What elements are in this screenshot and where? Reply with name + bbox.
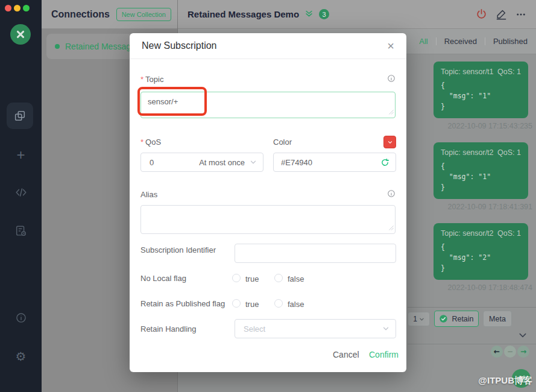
alias-label: Alias xyxy=(140,190,157,199)
sidebar-item-script[interactable] xyxy=(0,184,42,201)
macos-close-button[interactable] xyxy=(5,5,11,11)
topic-textarea[interactable]: sensor/+ xyxy=(140,92,396,118)
connection-title: Retained Messages Demo xyxy=(188,9,299,19)
double-chevron-down-icon xyxy=(304,10,314,19)
required-marker: * xyxy=(140,75,143,84)
retain-as-published-false-label[interactable]: false xyxy=(288,300,304,309)
retain-handling-label: Retain Handling xyxy=(140,324,197,334)
connections-icon xyxy=(13,109,27,122)
alias-textarea[interactable] xyxy=(140,205,396,234)
subscriptions-count-badge: 3 xyxy=(319,9,329,19)
chevron-down-icon xyxy=(518,330,528,340)
message-qos: QoS: 1 xyxy=(497,68,521,76)
retain-as-published-true-radio[interactable] xyxy=(232,299,241,308)
macos-minimize-button[interactable] xyxy=(14,5,20,11)
topic-label-text: Topic xyxy=(145,75,163,84)
alias-info-button[interactable] xyxy=(387,189,396,198)
macos-zoom-button[interactable] xyxy=(23,5,30,11)
publish-bar-divider xyxy=(408,344,536,344)
message-qos: QoS: 1 xyxy=(497,229,521,238)
tab-separator xyxy=(485,37,485,45)
power-icon xyxy=(476,8,487,20)
settings-gear-icon: ⚙ xyxy=(16,350,27,362)
message-topic: Topic: sensor/t2 xyxy=(441,148,494,157)
info-circle-icon xyxy=(387,189,396,198)
log-file-icon xyxy=(14,224,28,238)
plus-icon: + xyxy=(16,148,25,162)
arrow-right-icon: → xyxy=(520,347,526,356)
color-picker-swatch[interactable] xyxy=(383,136,396,148)
edit-connection-button[interactable] xyxy=(496,8,507,20)
retain-as-published-true-label[interactable]: true xyxy=(245,300,259,309)
topic-value: sensor/+ xyxy=(148,97,178,106)
message-timestamp: 2022-10-09 17:18:41:391 xyxy=(448,203,532,211)
qos-label-text: QoS xyxy=(145,138,161,147)
message-card-header: Topic: sensor/t2 QoS: 1 xyxy=(441,229,521,238)
retain-as-published-false-radio[interactable] xyxy=(274,299,283,308)
tab-published[interactable]: Published xyxy=(493,37,528,46)
message-payload: { "msg": "2" } xyxy=(441,242,521,274)
icon-sidebar: + ⚙ xyxy=(0,0,42,392)
no-local-false-label[interactable]: false xyxy=(288,274,304,283)
history-prev-button[interactable]: ← xyxy=(491,346,503,358)
message-payload: { "msg": "1" } xyxy=(441,81,521,112)
meta-button[interactable]: Meta xyxy=(483,311,512,327)
message-timestamp: 2022-10-09 17:18:48:474 xyxy=(448,283,532,292)
message-card[interactable]: Topic: sensor/t2 QoS: 1 { "msg": "2" } xyxy=(434,223,528,280)
no-local-true-radio[interactable] xyxy=(232,274,241,282)
mqttx-logo xyxy=(10,24,31,45)
header-actions xyxy=(476,8,526,20)
publish-qos-select[interactable]: 1 xyxy=(408,312,430,326)
message-card[interactable]: Topic: sensor/t2 QoS: 1 { "msg": "1" } xyxy=(434,142,528,199)
history-next-button[interactable]: → xyxy=(517,346,529,358)
topic-info-button[interactable] xyxy=(387,74,396,83)
qos-select[interactable]: 0 At most once xyxy=(140,153,263,172)
message-topic: Topic: sensor/t2 xyxy=(441,229,494,238)
mqttx-window: + ⚙ Connections xyxy=(0,0,536,392)
sidebar-item-new-connection[interactable]: + xyxy=(0,147,42,163)
collapse-payload-button[interactable] xyxy=(518,330,528,343)
dialog-title: New Subscription xyxy=(142,40,217,51)
disconnect-button[interactable] xyxy=(476,8,487,20)
sidebar-item-settings[interactable]: ⚙ xyxy=(0,348,42,365)
connection-name: Retained Messages xyxy=(65,42,140,51)
cancel-button[interactable]: Cancel xyxy=(333,350,359,359)
confirm-button[interactable]: Confirm xyxy=(369,350,399,359)
message-payload: { "msg": "1" } xyxy=(441,162,521,193)
code-icon xyxy=(14,186,28,199)
info-circle-icon xyxy=(387,74,396,83)
subscription-identifier-input[interactable] xyxy=(235,244,396,263)
color-label: Color xyxy=(273,138,292,147)
connections-panel-header: Connections New Collection xyxy=(42,0,177,29)
tab-all[interactable]: All xyxy=(419,37,427,46)
dialog-header: New Subscription × xyxy=(130,33,406,59)
chevron-down-icon xyxy=(382,325,389,332)
meta-label: Meta xyxy=(489,315,506,323)
message-timestamp: 2022-10-09 17:15:43:235 xyxy=(448,122,532,130)
no-local-true-label[interactable]: true xyxy=(245,274,259,283)
resize-handle-icon[interactable] xyxy=(388,107,394,116)
retain-toggle-button[interactable]: Retain xyxy=(434,311,479,327)
resize-handle-icon[interactable] xyxy=(388,223,394,232)
message-card[interactable]: Topic: sensor/t1 QoS: 1 { "msg": "1" } xyxy=(434,62,528,118)
tab-received[interactable]: Received xyxy=(444,37,477,46)
sidebar-item-connections[interactable] xyxy=(7,103,33,129)
color-input[interactable]: #E74940 xyxy=(273,153,396,172)
sidebar-item-log[interactable] xyxy=(0,223,42,239)
history-clear-button[interactable]: − xyxy=(504,346,516,358)
pencil-icon xyxy=(496,8,507,20)
watermark: @ITPUB博客 xyxy=(478,375,532,387)
publish-bar-divider xyxy=(408,307,536,308)
retain-handling-select[interactable]: Select xyxy=(235,319,396,338)
message-card-header: Topic: sensor/t2 QoS: 1 xyxy=(441,148,521,157)
mqttx-logo-x-icon xyxy=(15,29,26,40)
more-options-button[interactable] xyxy=(516,9,526,20)
close-dialog-button[interactable]: × xyxy=(387,40,394,52)
collapse-connection-button[interactable] xyxy=(304,10,314,19)
no-local-false-radio[interactable] xyxy=(274,274,283,282)
retain-handling-placeholder: Select xyxy=(244,324,265,334)
refresh-color-button[interactable] xyxy=(380,158,389,167)
new-collection-button[interactable]: New Collection xyxy=(116,8,171,21)
sidebar-item-about[interactable] xyxy=(0,309,42,326)
check-circle-icon xyxy=(439,314,448,323)
